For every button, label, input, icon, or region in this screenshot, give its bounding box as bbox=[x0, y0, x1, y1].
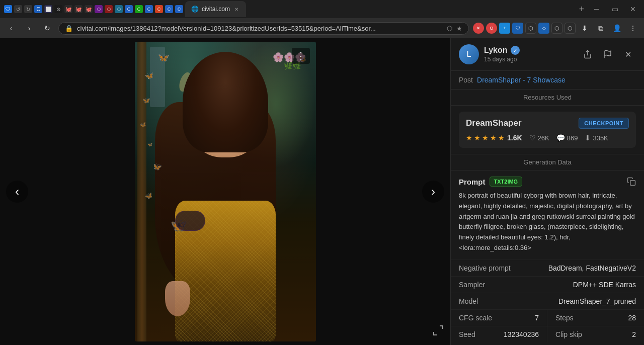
back-button[interactable]: ‹ bbox=[4, 21, 18, 35]
steps-label: Steps bbox=[555, 314, 574, 322]
txt2img-badge: TXT2IMG bbox=[490, 177, 523, 187]
tab-icon-10[interactable]: ⬡ bbox=[95, 5, 103, 13]
ext-icon-1[interactable]: ✕ bbox=[473, 23, 484, 34]
rating-count: 1.6K bbox=[507, 134, 522, 142]
minimize-button[interactable]: ─ bbox=[590, 2, 604, 16]
verified-icon: ✓ bbox=[511, 46, 520, 55]
negative-prompt-label: Negative prompt bbox=[459, 264, 519, 272]
model-label: Model bbox=[459, 297, 519, 305]
resource-header: DreamShaper CHECKPOINT bbox=[466, 118, 629, 129]
tab-icon-8[interactable]: 🐙 bbox=[74, 5, 83, 13]
tab-icon-7[interactable]: 🐙 bbox=[64, 5, 72, 13]
comment-icon: 💬 bbox=[556, 134, 565, 142]
download-button[interactable]: ⬇ bbox=[578, 21, 592, 35]
generation-data-header: Generation Data bbox=[451, 154, 644, 170]
tab-close-button[interactable]: ✕ bbox=[233, 6, 240, 13]
nav-arrow-left[interactable]: ‹ bbox=[6, 181, 28, 203]
cfg-steps-grid: CFG scale 7 Steps 28 bbox=[451, 309, 644, 326]
steps-cell: Steps 28 bbox=[547, 310, 644, 326]
url-bar[interactable]: 🔒 civitai.com/images/1386412?modelVersio… bbox=[58, 22, 469, 35]
tab-icon-c1[interactable]: C bbox=[125, 5, 133, 13]
browser-chrome: 🛡 ↺ ↻ C ⬜ ⊙ 🐙 🐙 🐙 ⬡ ⬡ ⬡ C C C C C C 🌐 ci… bbox=[0, 0, 644, 38]
avatar-letter: L bbox=[467, 50, 471, 59]
flag-button[interactable] bbox=[600, 46, 616, 62]
tab-icon-c4[interactable]: C bbox=[155, 5, 163, 13]
tab-icon-4[interactable]: C bbox=[34, 5, 42, 13]
resource-name[interactable]: DreamShaper bbox=[466, 118, 522, 128]
seed-label: Seed bbox=[459, 330, 475, 338]
comments-stat: 💬 869 bbox=[556, 134, 578, 142]
butterfly-2: 🦋 bbox=[144, 71, 154, 81]
ext-icon-2[interactable]: O bbox=[486, 23, 497, 34]
window-frame bbox=[137, 42, 146, 341]
resources-used-header: Resources Used bbox=[451, 90, 644, 106]
tab-icon-5[interactable]: ⬜ bbox=[44, 5, 52, 13]
profile-button[interactable]: 👤 bbox=[610, 21, 624, 35]
checkpoint-badge: CHECKPOINT bbox=[579, 118, 629, 129]
post-link[interactable]: DreamShaper - 7 Showcase bbox=[477, 76, 566, 84]
ext-icon-8[interactable]: ⬡ bbox=[565, 23, 576, 34]
star-2: ★ bbox=[474, 134, 480, 142]
tab-icon-c5[interactable]: C bbox=[165, 5, 173, 13]
tab-icon-c2[interactable]: C bbox=[135, 5, 143, 13]
ext-icon-5[interactable]: ⬡ bbox=[525, 23, 536, 34]
new-tab-button[interactable]: + bbox=[575, 2, 589, 16]
tab-icons: 🛡 ↺ ↻ C ⬜ ⊙ 🐙 🐙 🐙 ⬡ ⬡ ⬡ C C C C C C 🌐 ci… bbox=[4, 1, 574, 17]
cfg-scale-cell: CFG scale 7 bbox=[451, 310, 547, 326]
post-section: Post DreamShaper - 7 Showcase bbox=[451, 71, 644, 90]
menu-button[interactable]: ⋮ bbox=[626, 21, 640, 35]
butterfly-5: 🦋 bbox=[147, 142, 152, 147]
prompt-label: Prompt bbox=[459, 178, 486, 186]
copy-prompt-button[interactable] bbox=[627, 177, 636, 186]
address-bar: ‹ › ↻ 🔒 civitai.com/images/1386412?model… bbox=[0, 18, 644, 38]
tab-icon-2[interactable]: ↺ bbox=[14, 5, 22, 13]
model-row: Model DreamShaper_7_pruned bbox=[451, 293, 644, 309]
forward-button[interactable]: › bbox=[22, 21, 36, 35]
star-1: ★ bbox=[466, 134, 472, 142]
seed-value: 132340236 bbox=[504, 330, 539, 338]
prompt-section: Prompt TXT2IMG 8k portrait of beautiful … bbox=[451, 170, 644, 260]
extensions-button[interactable]: ⧉ bbox=[594, 21, 608, 35]
downloads-value: 335K bbox=[593, 134, 608, 142]
username: Lykon ✓ bbox=[484, 46, 580, 55]
nav-arrow-right[interactable]: › bbox=[422, 181, 444, 203]
tab-icon-c6[interactable]: C bbox=[175, 5, 183, 13]
close-panel-button[interactable]: ✕ bbox=[620, 46, 636, 62]
tab-icon-6[interactable]: ⊙ bbox=[54, 5, 62, 13]
likes-stat: ♡ 26K bbox=[529, 134, 549, 142]
ext-icon-7[interactable]: ⬡ bbox=[551, 23, 562, 34]
tab-icon-c3[interactable]: C bbox=[145, 5, 153, 13]
window-controls: ─ ▭ ✕ bbox=[590, 2, 640, 16]
more-options-button[interactable]: ⋮ bbox=[292, 48, 310, 64]
ext-icon-4[interactable]: 🛡 bbox=[512, 23, 523, 34]
tab-icon-3[interactable]: ↻ bbox=[24, 5, 32, 13]
portrait-image: 🌸🌸🌸 🌿🌿 bbox=[135, 42, 316, 341]
user-avatar: L bbox=[459, 44, 479, 64]
comments-value: 869 bbox=[567, 134, 578, 142]
tab-icon-11[interactable]: ⬡ bbox=[105, 5, 113, 13]
sampler-row: Sampler DPM++ SDE Karras bbox=[451, 276, 644, 293]
close-window-button[interactable]: ✕ bbox=[626, 2, 640, 16]
negative-prompt-value: BadDream, FastNegativeV2 bbox=[519, 264, 636, 272]
steps-value: 28 bbox=[628, 314, 636, 322]
prompt-text: 8k portrait of beautiful cyborg with bro… bbox=[459, 191, 636, 253]
maximize-button[interactable]: ▭ bbox=[608, 2, 622, 16]
timestamp: 15 days ago bbox=[484, 56, 580, 63]
star-4: ★ bbox=[490, 134, 497, 142]
share-button[interactable] bbox=[580, 46, 596, 62]
tab-icon-1[interactable]: 🛡 bbox=[4, 5, 12, 13]
cfg-scale-label: CFG scale bbox=[459, 314, 492, 322]
stars-container: ★ ★ ★ ★ ★ 1.6K bbox=[466, 134, 522, 142]
tab-icon-9[interactable]: 🐙 bbox=[85, 5, 93, 13]
post-label: Post bbox=[459, 76, 473, 84]
image-area: 🌸🌸🌸 🌿🌿 bbox=[0, 38, 450, 345]
seed-clipskip-grid: Seed 132340236 Clip skip 2 bbox=[451, 326, 644, 342]
right-panel: L Lykon ✓ 15 days ago bbox=[450, 38, 644, 345]
ext-icon-3[interactable]: + bbox=[499, 23, 510, 34]
ext-icon-6[interactable]: ◇ bbox=[538, 23, 549, 34]
tab-icon-12[interactable]: ⬡ bbox=[115, 5, 123, 13]
active-tab[interactable]: 🌐 civitai.com ✕ bbox=[185, 1, 246, 17]
refresh-button[interactable]: ↻ bbox=[40, 21, 54, 35]
cfg-scale-value: 7 bbox=[535, 314, 539, 322]
main-content: 🌸🌸🌸 🌿🌿 bbox=[0, 38, 644, 345]
